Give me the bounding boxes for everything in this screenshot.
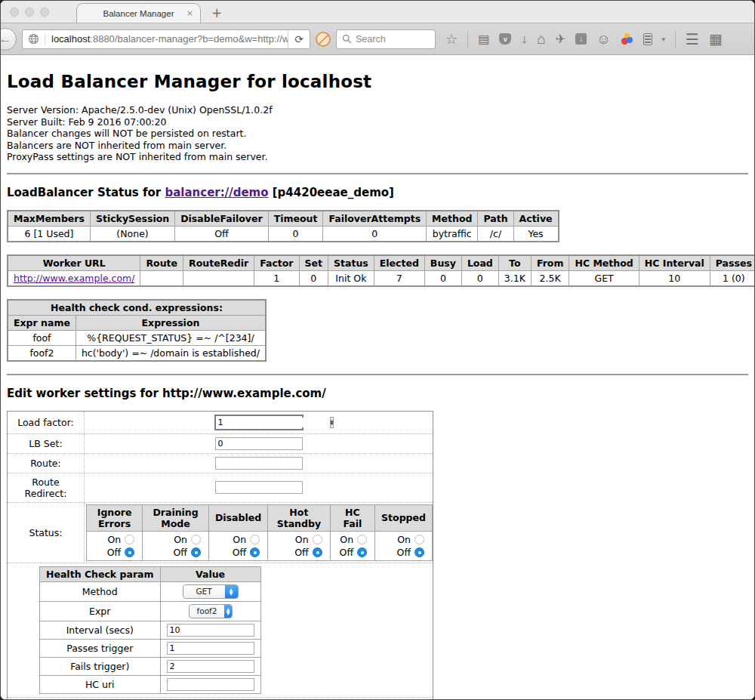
load-factor-label: Load factor: — [8, 411, 85, 433]
tab-bar: Balancer Manager × + — [1, 1, 754, 23]
hc-expr-value: foof2 — [190, 606, 225, 615]
reading-list-icon[interactable]: ▤ — [478, 33, 489, 45]
grid-icon[interactable]: ▦ — [709, 32, 723, 46]
hc-passes-input[interactable] — [167, 642, 254, 655]
disabled-off-radio[interactable] — [250, 547, 260, 557]
form-row-health-check: Health Check param Value Method GET▲▼ Ex… — [8, 563, 433, 697]
col-stopped: Stopped — [375, 504, 433, 531]
cell-set: 0 — [299, 270, 328, 286]
panel-download-icon[interactable]: ↓ — [575, 33, 587, 45]
form-row-lb-set: LB Set: — [8, 433, 433, 453]
hc-fails-input[interactable] — [167, 660, 254, 673]
ignore-errors-off-radio[interactable] — [125, 547, 134, 557]
route-redirect-input[interactable] — [215, 481, 303, 494]
back-button[interactable]: ← — [0, 28, 17, 51]
cell-from: 2.5K — [531, 270, 569, 286]
hc-row-method: Method GET▲▼ — [40, 581, 261, 601]
radio-on-label: On — [340, 534, 353, 545]
reload-button[interactable]: ⟳ — [288, 30, 310, 48]
close-window-button[interactable] — [10, 8, 19, 17]
stopped-on-radio[interactable] — [414, 535, 424, 544]
url-text[interactable]: localhost:8880/balancer-manager?b=demo&w… — [45, 33, 288, 45]
search-bar[interactable]: Search — [336, 29, 436, 49]
stepper-arrows-icon[interactable]: ▲▼ — [330, 417, 334, 428]
col-hc-value: Value — [160, 566, 260, 581]
cell-expression: %{REQUEST_STATUS} =~ /^[234]/ — [76, 330, 266, 345]
dropdown-caret-icon[interactable]: ▾ — [662, 35, 666, 43]
hc-uri-input[interactable] — [167, 678, 254, 691]
hc-row-uri: HC uri — [40, 675, 261, 693]
stopped-off-radio[interactable] — [414, 547, 424, 557]
col-hc-param: Health Check param — [40, 566, 161, 581]
download-icon[interactable]: ↓ — [521, 33, 527, 45]
extension-dots-icon[interactable] — [621, 33, 633, 45]
site-identity-icon[interactable] — [23, 33, 45, 45]
disabled-on-radio[interactable] — [250, 535, 260, 544]
col-draining-mode: Draining Mode — [143, 504, 209, 531]
select-arrows-icon: ▲▼ — [224, 604, 231, 618]
radio-off-label: Off — [340, 547, 353, 558]
worker-url-link[interactable]: http://www.example.com/ — [14, 273, 134, 284]
hot-standby-off-radio[interactable] — [313, 547, 322, 557]
cell-timeout: 0 — [268, 226, 323, 242]
url-bar[interactable]: localhost:8880/balancer-manager?b=demo&w… — [22, 29, 310, 49]
hc-interval-input[interactable] — [167, 624, 254, 637]
menu-icon[interactable]: ☰ — [686, 32, 699, 47]
draining-mode-off-radio[interactable] — [191, 547, 201, 557]
new-tab-button[interactable]: + — [211, 5, 222, 20]
server-built: Server Built: Feb 9 2016 07:00:20 — [7, 116, 748, 128]
status-cell-hot-standby: On Off — [268, 531, 330, 560]
load-factor-stepper[interactable]: ▲▼ — [214, 415, 304, 430]
col-elected: Elected — [374, 255, 424, 271]
battery-icon[interactable] — [643, 33, 652, 45]
lb-set-label: LB Set: — [8, 433, 85, 453]
home-icon[interactable]: ⌂ — [537, 32, 545, 46]
ignore-errors-on-radio[interactable] — [125, 535, 134, 544]
col-hot-standby: Hot Standby — [268, 504, 330, 531]
hc-expr-select[interactable]: foof2▲▼ — [189, 604, 233, 618]
cell-hc-method: GET — [569, 270, 639, 286]
divider — [7, 374, 748, 375]
bookmark-star-icon[interactable]: ☆ — [445, 32, 458, 46]
expr-table: Health check cond. expressions: Expr nam… — [7, 299, 267, 362]
hc-uri-label: HC uri — [40, 675, 161, 693]
adblock-icon[interactable] — [316, 32, 331, 47]
radio-off-label: Off — [294, 547, 308, 558]
tab-close-icon[interactable]: × — [186, 9, 193, 17]
hc-fail-on-radio[interactable] — [357, 535, 367, 544]
status-table: Ignore Errors Draining Mode Disabled Hot… — [86, 504, 433, 561]
smiley-icon[interactable]: ☺ — [596, 32, 610, 46]
zoom-window-button[interactable] — [40, 8, 49, 17]
send-icon[interactable]: ✈ — [556, 33, 565, 45]
col-factor: Factor — [254, 255, 299, 271]
col-hc-interval: HC Interval — [639, 255, 710, 271]
cell-expression: hc('body') =~ /domain is established/ — [76, 345, 266, 361]
hc-fail-off-radio[interactable] — [357, 547, 367, 557]
load-factor-input[interactable] — [216, 418, 330, 427]
cell-failoverattempts: 0 — [323, 226, 427, 242]
window-controls[interactable] — [10, 8, 49, 17]
lb-set-input[interactable] — [215, 437, 303, 450]
info-persist: Balancer changes will NOT be persisted o… — [7, 128, 748, 140]
draining-mode-on-radio[interactable] — [191, 535, 201, 544]
worker-table: Worker URL Route RouteRedir Factor Set S… — [7, 254, 754, 287]
hot-standby-on-radio[interactable] — [313, 535, 322, 544]
form-row-route: Route: — [8, 453, 433, 473]
route-input[interactable] — [215, 457, 303, 470]
hc-method-select[interactable]: GET▲▼ — [183, 584, 239, 599]
form-row-status: Status: Ignore Errors Draining Mode Disa… — [8, 502, 433, 563]
hc-row-fails: Fails trigger) — [40, 657, 261, 675]
worker-settings-form: Load factor: ▲▼ LB Set: Route: Route Red… — [7, 411, 433, 700]
status-heading-suffix: [p4420eeae_demo] — [269, 186, 394, 199]
table-row: foof2 hc('body') =~ /domain is establish… — [8, 345, 266, 361]
col-route: Route — [140, 255, 183, 271]
browser-tab[interactable]: Balancer Manager × — [76, 3, 201, 23]
divider — [7, 173, 748, 174]
cell-routeredir — [183, 270, 254, 286]
col-disablefailover: DisableFailover — [175, 211, 268, 227]
tab-title: Balancer Manager — [103, 9, 174, 18]
minimize-window-button[interactable] — [25, 8, 34, 17]
pocket-icon[interactable]: v — [499, 33, 511, 45]
cell-method: bytraffic — [427, 226, 478, 242]
balancer-link[interactable]: balancer://demo — [165, 186, 268, 199]
